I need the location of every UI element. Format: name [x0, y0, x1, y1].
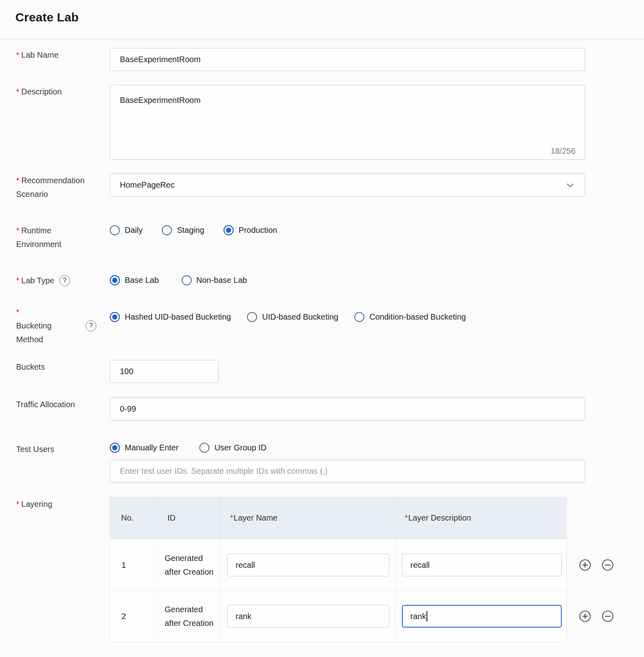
radio-hashed-uid-bucketing[interactable]: Hashed UID-based Bucketing [110, 312, 231, 322]
radio-manually-enter[interactable]: Manually Enter [110, 442, 178, 453]
lab-type-help-icon[interactable]: ? [59, 275, 70, 286]
form-row-runtime-environment: *Runtime Environment Daily Staging Produ… [0, 224, 585, 251]
text-cursor [427, 611, 427, 621]
required-asterisk: * [16, 176, 19, 185]
page-title: Create Lab [15, 10, 644, 24]
radio-circle [110, 312, 120, 322]
layer-name-input[interactable]: rank [227, 605, 389, 628]
radio-circle [354, 312, 364, 322]
add-row-icon[interactable] [579, 610, 591, 622]
bucketing-method-label: *Bucketing Method ? [0, 305, 110, 346]
radio-circle [199, 443, 209, 453]
bucketing-method-radio-group: Hashed UID-based Bucketing UID-based Buc… [110, 312, 585, 322]
test-user-ids-input[interactable] [110, 460, 585, 483]
required-asterisk: * [16, 276, 19, 285]
lab-type-label: *Lab Type ? [0, 274, 110, 287]
selected-scenario-value: HomePageRec [120, 180, 175, 190]
form-row-description: *Description BaseExperimentRoom 18/256 [0, 85, 585, 160]
radio-condition-bucketing[interactable]: Condition-based Bucketing [354, 312, 466, 322]
chevron-down-icon [565, 180, 576, 191]
radio-circle [110, 275, 120, 285]
radio-circle [224, 225, 234, 235]
required-asterisk: * [16, 226, 19, 235]
row-actions-column [579, 497, 614, 642]
test-users-radio-group: Manually Enter User Group ID [110, 442, 585, 453]
add-row-icon[interactable] [579, 559, 591, 571]
table-row: 2 Generated after Creation rank rank [110, 590, 567, 642]
form-row-lab-name: *Lab Name [0, 48, 585, 71]
traffic-allocation-label: Traffic Allocation [0, 398, 110, 411]
bucketing-method-help-icon[interactable]: ? [86, 320, 96, 331]
radio-base-lab[interactable]: Base Lab [110, 275, 159, 286]
form-row-bucketing-method: *Bucketing Method ? Hashed UID-based Buc… [0, 305, 585, 346]
radio-daily[interactable]: Daily [110, 225, 142, 236]
required-asterisk: * [16, 305, 79, 319]
layering-label: *Layering [0, 497, 110, 511]
column-header-no: No. [110, 497, 157, 539]
required-asterisk: * [16, 500, 19, 508]
form-row-test-users: Test Users Manually Enter User Group ID [0, 442, 585, 483]
radio-staging[interactable]: Staging [162, 225, 204, 236]
form-row-layering: *Layering No. ID *Layer Name *Layer Desc… [0, 497, 585, 642]
page-header: Create Lab [0, 0, 644, 39]
layer-description-input-focused[interactable]: rank [402, 605, 562, 628]
runtime-environment-label: *Runtime Environment [0, 224, 110, 251]
form-row-recommendation-scenario: *Recommendation Scenario HomePageRec [0, 174, 585, 201]
row-number: 2 [110, 591, 158, 642]
column-header-layer-description: *Layer Description [395, 497, 567, 539]
table-row: 1 Generated after Creation recall recall [110, 539, 567, 590]
description-textarea[interactable]: BaseExperimentRoom [110, 85, 585, 160]
test-users-label: Test Users [0, 442, 110, 456]
create-lab-page: Create Lab *Lab Name *Description BaseEx… [0, 0, 644, 657]
form-row-traffic-allocation: Traffic Allocation [0, 398, 585, 421]
radio-circle [247, 312, 257, 322]
description-label: *Description [0, 85, 110, 98]
remove-row-icon[interactable] [602, 610, 614, 622]
row-2-actions [579, 590, 614, 642]
buckets-input[interactable] [110, 360, 219, 383]
required-asterisk: * [16, 87, 19, 96]
layering-table: No. ID *Layer Name *Layer Description 1 … [110, 497, 567, 642]
required-asterisk: * [16, 50, 19, 59]
recommendation-scenario-label: *Recommendation Scenario [0, 174, 110, 201]
required-asterisk: * [230, 513, 233, 523]
lab-name-input[interactable] [110, 48, 585, 71]
row-id: Generated after Creation [158, 591, 220, 642]
form-row-buckets: Buckets [0, 360, 585, 383]
radio-circle [182, 275, 192, 285]
lab-name-label: *Lab Name [0, 48, 110, 62]
required-asterisk: * [405, 513, 408, 523]
radio-circle [110, 225, 120, 235]
column-header-id: ID [157, 497, 220, 539]
row-1-actions [579, 539, 614, 590]
row-id: Generated after Creation [158, 539, 220, 590]
radio-uid-bucketing[interactable]: UID-based Bucketing [247, 312, 338, 322]
buckets-label: Buckets [0, 360, 110, 374]
radio-user-group-id[interactable]: User Group ID [199, 442, 266, 453]
radio-non-base-lab[interactable]: Non-base Lab [182, 275, 247, 286]
layering-table-header: No. ID *Layer Name *Layer Description [110, 497, 567, 539]
radio-production[interactable]: Production [224, 225, 277, 236]
lab-type-radio-group: Base Lab Non-base Lab [110, 275, 585, 286]
row-number: 1 [110, 539, 158, 590]
traffic-allocation-input[interactable] [110, 398, 585, 421]
radio-circle [110, 443, 120, 453]
layer-description-input[interactable]: recall [402, 554, 562, 576]
remove-row-icon[interactable] [602, 559, 614, 571]
create-lab-form: *Lab Name *Description BaseExperimentRoo… [0, 39, 644, 657]
form-row-lab-type: *Lab Type ? Base Lab Non-base Lab [0, 274, 585, 287]
recommendation-scenario-select[interactable]: HomePageRec [110, 174, 585, 197]
layer-name-input[interactable]: recall [227, 554, 389, 576]
radio-circle [162, 225, 172, 235]
column-header-layer-name: *Layer Name [220, 497, 395, 539]
runtime-environment-radio-group: Daily Staging Production [110, 225, 585, 236]
